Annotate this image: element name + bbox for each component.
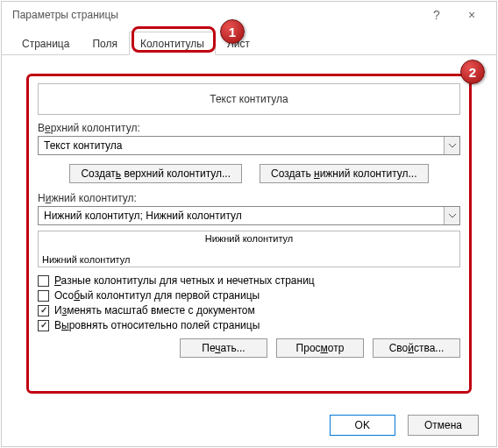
cancel-button[interactable]: Отмена <box>408 415 479 436</box>
checkbox-label: Особый колонтитул для первой страницы <box>54 289 260 302</box>
window-title: Параметры страницы <box>9 9 419 21</box>
help-icon[interactable]: ? <box>419 4 454 25</box>
print-button[interactable]: Печать... <box>180 338 267 358</box>
dialog-footer: OK Отмена <box>330 415 479 436</box>
badge-1: 1 <box>220 19 245 44</box>
checkbox-icon <box>38 305 49 316</box>
footer-preview: Нижний колонтитул Нижний колонтитул <box>38 231 460 267</box>
checkbox-odd-even[interactable]: Разные колонтитулы для четных и нечетных… <box>38 274 460 287</box>
footer-preview-title: Нижний колонтитул <box>39 233 459 244</box>
properties-button[interactable]: Свойства... <box>373 338 460 358</box>
checkbox-label: Изменять масштаб вместе с документом <box>54 304 255 316</box>
checkbox-align[interactable]: Выровнять относительно полей страницы <box>38 319 460 331</box>
footer-combo-value: Нижний колонтитул; Нижний колонтитул <box>39 207 444 224</box>
content-panel: Текст контитула Верхний колонтитул: Текс… <box>26 74 472 394</box>
checkbox-first-page[interactable]: Особый колонтитул для первой страницы <box>38 289 460 302</box>
header-label: Верхний колонтитул: <box>38 122 460 134</box>
header-preview-text: Текст контитула <box>210 93 288 105</box>
tab-page[interactable]: Страница <box>11 32 81 55</box>
checkbox-icon <box>38 290 49 302</box>
footer-combo[interactable]: Нижний колонтитул; Нижний колонтитул <box>38 206 460 225</box>
checkbox-icon <box>38 320 49 331</box>
checkbox-scale[interactable]: Изменять масштаб вместе с документом <box>38 304 460 316</box>
tab-margins[interactable]: Поля <box>81 32 129 55</box>
close-icon[interactable]: × <box>454 4 489 25</box>
checkbox-label: Выровнять относительно полей страницы <box>54 319 260 331</box>
chevron-down-icon[interactable] <box>444 137 459 154</box>
checkbox-label: Разные колонтитулы для четных и нечетных… <box>54 274 315 287</box>
header-combo[interactable]: Текст контитула <box>38 136 460 155</box>
footer-preview-text: Нижний колонтитул <box>42 254 130 265</box>
tab-strip: Страница Поля Колонтитулы Лист <box>2 28 496 55</box>
tab-headers[interactable]: Колонтитулы <box>129 32 216 55</box>
header-combo-value: Текст контитула <box>39 137 444 154</box>
create-header-button[interactable]: Создать верхний колонтитул... <box>69 164 242 183</box>
preview-button[interactable]: Просмотр <box>276 338 364 358</box>
checkbox-icon <box>38 275 49 287</box>
create-footer-button[interactable]: Создать нижний колонтитул... <box>260 164 428 183</box>
footer-label: Нижний колонтитул: <box>38 192 460 204</box>
header-preview: Текст контитула <box>38 83 460 115</box>
badge-2: 2 <box>460 60 485 84</box>
ok-button[interactable]: OK <box>330 415 395 436</box>
titlebar: Параметры страницы ? × <box>2 2 496 28</box>
chevron-down-icon[interactable] <box>444 207 459 224</box>
